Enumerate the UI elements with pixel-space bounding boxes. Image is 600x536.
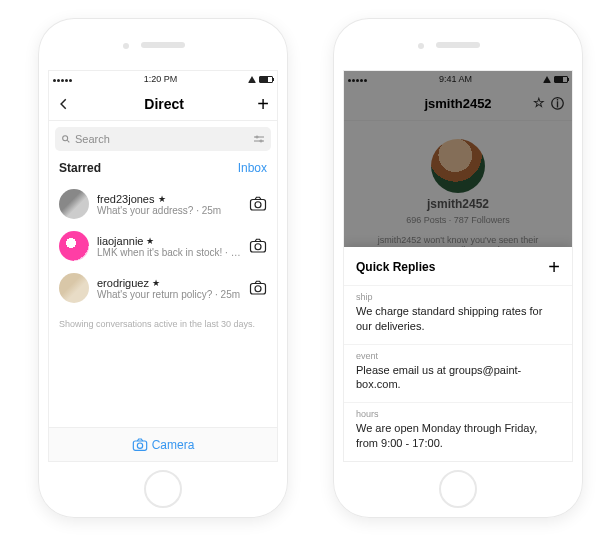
add-reply-icon[interactable]: + xyxy=(548,257,560,277)
phone-speaker xyxy=(436,42,480,48)
back-icon[interactable] xyxy=(57,97,71,111)
conversation-row[interactable]: erodriguez★ What's your return policy? ·… xyxy=(49,267,277,309)
camera-icon[interactable] xyxy=(249,280,267,296)
camera-button[interactable]: Camera xyxy=(49,427,277,461)
phone-camera-dot xyxy=(418,43,424,49)
svg-rect-3 xyxy=(251,200,266,211)
svg-rect-7 xyxy=(251,284,266,295)
conversation-row[interactable]: fred23jones★ What's your address? · 25m xyxy=(49,183,277,225)
star-icon: ★ xyxy=(158,194,166,204)
quick-reply-shortcut: event xyxy=(356,351,560,361)
page-title: Direct xyxy=(144,96,184,112)
search-placeholder: Search xyxy=(75,133,110,145)
quick-reply-text: We are open Monday through Friday, from … xyxy=(356,421,560,451)
camera-icon xyxy=(132,438,148,452)
message-preview: LMK when it's back in stock! · 25m xyxy=(97,247,241,258)
svg-point-6 xyxy=(255,244,261,250)
quick-reply-text: We charge standard shipping rates for ou… xyxy=(356,304,560,334)
search-icon xyxy=(61,134,71,144)
camera-label: Camera xyxy=(152,438,195,452)
search-input[interactable]: Search xyxy=(55,127,271,151)
username: fred23jones★ xyxy=(97,193,241,205)
section-header: Starred Inbox xyxy=(49,157,277,183)
phone-speaker xyxy=(141,42,185,48)
svg-rect-9 xyxy=(133,441,146,450)
signal-icon xyxy=(53,74,73,84)
phone-direct: 1:20 PM Direct + Search Starred Inbox xyxy=(38,18,288,518)
wifi-icon xyxy=(248,76,256,83)
svg-point-1 xyxy=(256,136,258,138)
camera-icon[interactable] xyxy=(249,196,267,212)
camera-icon[interactable] xyxy=(249,238,267,254)
sheet-title: Quick Replies xyxy=(356,260,435,274)
message-preview: What's your address? · 25m xyxy=(97,205,241,216)
message-preview: What's your return policy? · 25m xyxy=(97,289,241,300)
home-button[interactable] xyxy=(144,470,182,508)
svg-point-8 xyxy=(255,286,261,292)
quick-reply-item[interactable]: event Please email us at groups@paint-bo… xyxy=(344,344,572,403)
conversation-row[interactable]: liaojannie★ LMK when it's back in stock!… xyxy=(49,225,277,267)
phone-camera-dot xyxy=(123,43,129,49)
quick-reply-shortcut: ship xyxy=(356,292,560,302)
quick-reply-text: Please email us at groups@paint-box.com. xyxy=(356,363,560,393)
svg-point-10 xyxy=(137,443,142,448)
svg-point-0 xyxy=(63,136,68,141)
section-title: Starred xyxy=(59,161,101,175)
star-icon: ★ xyxy=(152,278,160,288)
status-bar: 1:20 PM xyxy=(49,71,277,87)
star-icon: ★ xyxy=(146,236,154,246)
status-time: 1:20 PM xyxy=(144,74,178,84)
home-button[interactable] xyxy=(439,470,477,508)
quick-reply-item[interactable]: ship We charge standard shipping rates f… xyxy=(344,285,572,344)
quick-reply-item[interactable]: hours We are open Monday through Friday,… xyxy=(344,402,572,461)
quick-reply-shortcut: hours xyxy=(356,409,560,419)
footer-note: Showing conversations active in the last… xyxy=(49,309,277,339)
quick-replies-sheet: Quick Replies + ship We charge standard … xyxy=(344,247,572,461)
screen-direct: 1:20 PM Direct + Search Starred Inbox xyxy=(48,70,278,462)
username: liaojannie★ xyxy=(97,235,241,247)
inbox-link[interactable]: Inbox xyxy=(238,161,267,175)
username: erodriguez★ xyxy=(97,277,241,289)
battery-icon xyxy=(259,76,273,83)
avatar xyxy=(59,189,89,219)
filter-icon[interactable] xyxy=(253,134,265,144)
avatar xyxy=(59,231,89,261)
screen-quick-replies: 9:41 AM jsmith2452 ☆ ⓘ jsmith2452 696 Po… xyxy=(343,70,573,462)
avatar xyxy=(59,273,89,303)
svg-rect-5 xyxy=(251,242,266,253)
svg-point-2 xyxy=(260,140,262,142)
header: Direct + xyxy=(49,87,277,121)
phone-quick-replies: 9:41 AM jsmith2452 ☆ ⓘ jsmith2452 696 Po… xyxy=(333,18,583,518)
compose-icon[interactable]: + xyxy=(257,94,269,114)
svg-point-4 xyxy=(255,202,261,208)
